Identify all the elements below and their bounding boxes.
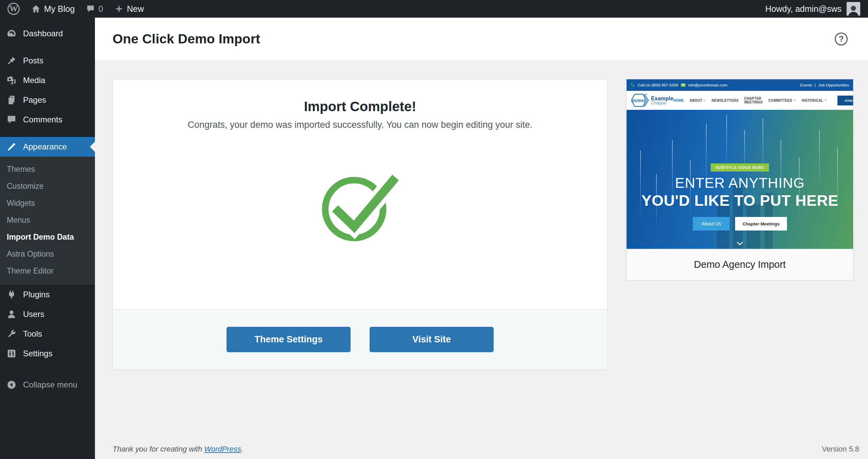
comment-count: 0 (98, 4, 103, 14)
help-icon[interactable]: ? (835, 33, 848, 45)
demo-email-label: info@yourdomain.com (688, 83, 727, 87)
submenu-item-menus[interactable]: Menus (0, 212, 95, 228)
menu-separator (0, 129, 95, 137)
version-label: Version 5.8 (822, 445, 859, 454)
sidebar-item-media[interactable]: Media (0, 71, 95, 90)
demo-hero-badge: SUBTITLE GOES HERE (711, 163, 769, 172)
page-footer: Thank you for creating with WordPress. V… (113, 445, 859, 454)
paintbrush-icon (5, 142, 18, 152)
sidebar-item-label: Appearance (23, 142, 67, 152)
sidebar-item-label: Comments (23, 115, 62, 124)
submenu-item-themes[interactable]: Themes (0, 161, 95, 178)
phone-icon (631, 83, 635, 88)
sidebar-item-plugins[interactable]: Plugins (0, 285, 95, 304)
sidebar-item-label: Posts (23, 56, 43, 65)
comments-icon (5, 115, 18, 125)
import-complete-heading: Import Complete! (113, 99, 607, 114)
demo-events-link: Events (800, 83, 812, 87)
chevron-down-icon (824, 99, 827, 101)
active-menu-arrow (90, 142, 95, 152)
sidebar-item-pages[interactable]: Pages (0, 90, 95, 110)
collapse-menu-button[interactable]: Collapse menu (0, 375, 95, 395)
envelope-icon (681, 83, 686, 87)
media-icon (5, 75, 18, 85)
site-name-label: My Blog (44, 4, 75, 14)
sidebar-item-comments[interactable]: Comments (0, 110, 95, 129)
import-card-footer: Theme Settings Visit Site (113, 309, 607, 370)
admin-bar: W My Blog 0 New Howdy, admin@sws (0, 0, 868, 18)
demo-site-navbar: ASHRAE Example Chapter HOME ABOUT NEWSLE… (627, 91, 853, 110)
submenu-label: Customize (7, 182, 44, 191)
sidebar-item-users[interactable]: Users (0, 304, 95, 324)
page-title: One Click Demo Import (113, 32, 260, 46)
menu-separator (0, 43, 95, 51)
sidebar-item-label: Plugins (23, 290, 50, 299)
submenu-label: Astra Options (7, 250, 54, 259)
demo-hero: SUBTITLE GOES HERE ENTER ANYTHING YOU'D … (627, 110, 853, 249)
topbar-divider: | (815, 83, 816, 87)
demo-hero-line2: YOU'D LIKE TO PUT HERE (627, 192, 853, 209)
sidebar-item-label: Pages (23, 95, 46, 105)
theme-settings-button[interactable]: Theme Settings (226, 327, 351, 352)
chevron-down-icon (703, 99, 706, 101)
demo-jobs-link: Job Opportunities (818, 83, 849, 87)
demo-hero-line1: ENTER ANYTHING (627, 175, 853, 191)
site-name-link[interactable]: My Blog (31, 4, 75, 14)
demo-nav-committees: COMMITTEES (769, 99, 796, 102)
settings-icon (5, 348, 18, 359)
demo-preview-card[interactable]: Call Us (800) 867-5309 info@yourdomain.c… (626, 79, 853, 280)
demo-nav-newsletters: NEWSLETTERS (712, 99, 738, 102)
sidebar-item-label: Media (23, 76, 45, 85)
wrench-icon (5, 329, 18, 339)
sidebar-item-label: Tools (23, 329, 42, 339)
home-icon (31, 4, 41, 14)
submenu-item-import-demo-data[interactable]: Import Demo Data (0, 228, 95, 245)
plug-icon (5, 290, 18, 300)
demo-nav-links: HOME ABOUT NEWSLETTERS CHAPTER MEETINGS … (673, 96, 853, 105)
demo-nav-home: HOME (673, 99, 684, 102)
demo-site-screenshot: Call Us (800) 867-5309 info@yourdomain.c… (627, 79, 853, 249)
import-card-body: Import Complete! Congrats, your demo was… (113, 79, 607, 309)
demo-phone-label: Call Us (800) 867-5309 (638, 83, 678, 87)
comments-admin-link[interactable]: 0 (86, 4, 103, 14)
demo-site-topbar: Call Us (800) 867-5309 info@yourdomain.c… (627, 79, 853, 91)
wordpress-logo-icon[interactable]: W (7, 3, 20, 15)
demo-logo-text: Example Chapter (651, 96, 673, 105)
sidebar-item-settings[interactable]: Settings (0, 344, 95, 363)
help-glyph: ? (839, 34, 844, 44)
appearance-submenu: Themes Customize Widgets Menus Import De… (0, 157, 95, 285)
sidebar-item-posts[interactable]: Posts (0, 51, 95, 71)
visit-site-button[interactable]: Visit Site (370, 327, 494, 352)
new-content-button[interactable]: New (115, 4, 144, 14)
sidebar-item-tools[interactable]: Tools (0, 324, 95, 344)
submenu-label: Widgets (7, 199, 35, 208)
submenu-item-astra-options[interactable]: Astra Options (0, 245, 95, 262)
submenu-label: Themes (7, 165, 35, 174)
admin-sidebar: Dashboard Posts Media Pages Comments App… (0, 18, 95, 459)
plus-icon (115, 4, 123, 13)
footer-thanks-text: Thank you for creating with WordPress. (113, 445, 243, 454)
demo-preview-title: Demo Agency Import (694, 259, 786, 270)
submenu-label: Theme Editor (7, 266, 54, 276)
sidebar-item-appearance[interactable]: Appearance (0, 137, 95, 157)
ashrae-logo: ASHRAE (631, 93, 649, 108)
demo-preview-footer: Demo Agency Import (627, 249, 853, 280)
submenu-item-customize[interactable]: Customize (0, 178, 95, 195)
avatar[interactable] (846, 2, 861, 16)
menu-separator (0, 363, 95, 375)
success-check-icon (113, 168, 607, 243)
page-header: One Click Demo Import ? (95, 18, 868, 60)
submenu-item-theme-editor[interactable]: Theme Editor (0, 262, 95, 279)
sidebar-item-dashboard[interactable]: Dashboard (0, 24, 95, 43)
collapse-arrow-icon (5, 380, 18, 390)
howdy-user-label[interactable]: Howdy, admin@sws (765, 4, 842, 14)
wordpress-link[interactable]: WordPress (204, 445, 241, 453)
chevron-down-icon (736, 241, 743, 247)
import-complete-message: Congrats, your demo was imported success… (113, 120, 607, 130)
new-label: New (127, 4, 144, 14)
submenu-label: Import Demo Data (7, 233, 74, 242)
submenu-item-widgets[interactable]: Widgets (0, 195, 95, 212)
sidebar-item-label: Settings (23, 349, 53, 358)
submenu-label: Menus (7, 216, 30, 225)
collapse-menu-label: Collapse menu (23, 380, 77, 390)
